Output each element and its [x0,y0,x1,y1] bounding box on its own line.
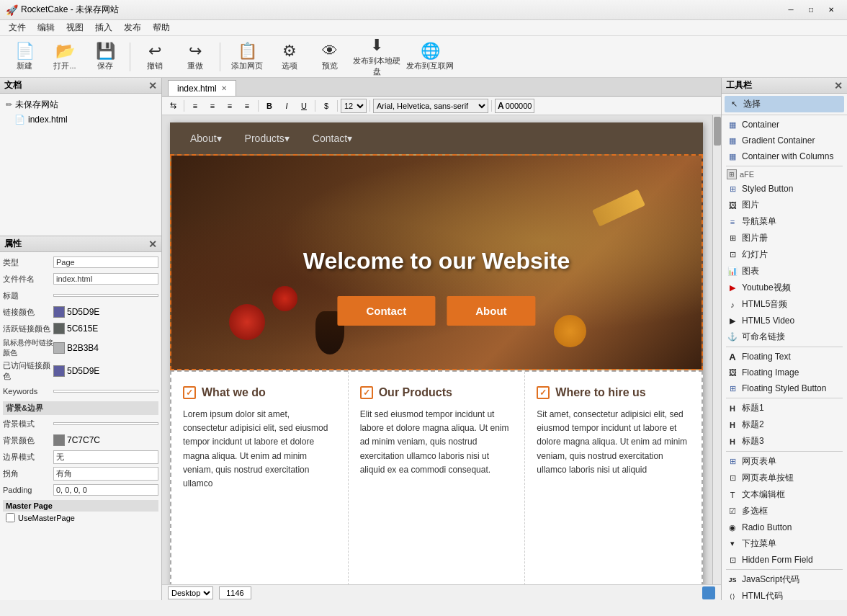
toolbox-chart[interactable]: 📊 图表 [723,263,846,280]
nav-item-contact[interactable]: Contact▾ [304,127,361,150]
prop-title-row: 标题 [3,288,158,303]
hero-about-btn[interactable]: About [447,296,535,326]
toolbox-html-code[interactable]: ⟨⟩ HTML代码 [723,588,846,600]
maximize-button[interactable]: □ [801,4,821,17]
toolbox-javascript[interactable]: JS JavaScript代码 [723,571,846,588]
toolbox-heading1[interactable]: H 标题1 [723,400,846,416]
toolbox-gradient-container[interactable]: ▦ Gradient Container [723,133,846,148]
nav-item-products[interactable]: Products▾ [236,127,298,150]
menu-edit[interactable]: 编辑 [32,20,60,35]
underline-btn[interactable]: U [296,99,312,113]
toolbox-divider-1 [726,166,843,166]
align-center-btn[interactable]: ≡ [205,99,220,113]
toolbox-floating-text[interactable]: A Floating Text [723,349,846,365]
options-button[interactable]: ⚙ 选项 [271,40,308,74]
prop-type-row: 类型 Page [3,255,158,269]
format-bar: ⇆ ≡ ≡ ≡ ≡ B I U $ 12 14 16 18 24 Arial, … [162,97,721,115]
toolbox-dropdown[interactable]: ▾ 下拉菜单 [723,535,846,552]
toolbox-floating-image[interactable]: 🖼 Floating Image [723,365,846,380]
right-panel: 工具栏 ✕ ↖ 选择 ▦ Container ▦ Gradient Contai… [721,78,847,600]
container-icon: ▦ [727,119,738,130]
page-icon: 📄 [14,115,25,125]
toolbox-named-link[interactable]: ⚓ 可命名链接 [723,329,846,345]
nav-item-about[interactable]: About▾ [182,127,230,150]
fmt-sep-2 [258,100,259,112]
hidden-form-icon: ⊡ [727,554,738,566]
toolbox-styled-button[interactable]: ⊞ Styled Button [723,181,846,197]
menu-file[interactable]: 文件 [3,20,32,35]
use-master-checkbox[interactable] [6,513,15,522]
toolbox-web-table[interactable]: ⊞ 网页表单 [723,453,846,470]
close-button[interactable]: ✕ [821,4,841,17]
toolbox-lightbox[interactable]: ⊡ 幻灯片 [723,246,846,263]
page-item-index[interactable]: 📄 index.html [3,113,158,126]
currency-btn[interactable]: $ [318,99,334,113]
preview-button[interactable]: 👁 预览 [311,40,349,74]
visited-link-swatch[interactable] [53,365,65,377]
canvas-scrollbar[interactable] [712,115,721,584]
toolbox-html5-audio[interactable]: ♪ HTML5音频 [723,296,846,313]
toolbox-checkbox[interactable]: ☑ 多选框 [723,503,846,519]
scrollbar-thumb[interactable] [714,117,721,146]
toolbox-radio-button[interactable]: ◉ Radio Button [723,519,846,535]
open-button[interactable]: 📂 打开... [46,40,84,74]
toolbox-text-editor[interactable]: T 文本编辑框 [723,486,846,503]
format-link-btn[interactable]: ⇆ [165,99,181,113]
align-right-btn[interactable]: ≡ [222,99,238,113]
fmt-sep-3 [315,100,315,112]
prop-keywords-row: Keywords [3,384,158,398]
menu-publish[interactable]: 发布 [118,20,147,35]
toolbox-floating-styled-button[interactable]: ⊞ Floating Styled Button [723,380,846,396]
doc-panel-close[interactable]: ✕ [148,80,157,91]
editor-tab-index[interactable]: index.html ✕ [168,80,236,96]
toolbox-image[interactable]: 🖼 图片 [723,197,846,213]
bg-color-swatch[interactable] [53,434,65,446]
view-select[interactable]: Desktop [168,586,213,599]
hero-contact-btn[interactable]: Contact [337,296,435,326]
link-color-swatch[interactable] [53,306,65,318]
toolbox-container[interactable]: ▦ Container [723,117,846,133]
publish-web-button[interactable]: 🌐 发布到互联网 [405,40,455,74]
toolbox-select-item[interactable]: ↖ 选择 [725,96,844,112]
font-size-select[interactable]: 12 14 16 18 24 [341,99,367,113]
toolbox-divider-2 [726,347,843,347]
minimize-button[interactable]: ─ [781,4,801,17]
addpage-button[interactable]: 📋 添加网页 [226,40,268,74]
toolbox-slideshow[interactable]: ⊞ 图片册 [723,230,846,246]
toolbox-html5-video[interactable]: ▶ HTML5 Video [723,313,846,329]
toolbox-heading3[interactable]: H 标题3 [723,433,846,450]
window-controls: ─ □ ✕ [781,4,841,17]
col-3-check-icon: ✓ [537,386,550,399]
new-button[interactable]: 📄 新建 [6,40,43,74]
font-family-select[interactable]: Arial, Helvetica, sans-serif Times New R… [373,99,488,113]
width-input[interactable] [219,586,251,599]
text-editor-icon: T [727,489,738,501]
menu-help[interactable]: 帮助 [147,20,176,35]
align-justify-btn[interactable]: ≡ [239,99,255,113]
toolbox-container-columns[interactable]: ▦ Container with Columns [723,148,846,164]
publish-local-button[interactable]: ⬇ 发布到本地硬盘 [351,40,402,74]
toolbox-heading2[interactable]: H 标题2 [723,416,846,433]
save-button[interactable]: 💾 保存 [86,40,124,74]
italic-btn[interactable]: I [279,99,295,113]
toolbox-youtube[interactable]: ▶ Youtube视频 [723,280,846,296]
toolbox-hidden-form[interactable]: ⊡ Hidden Form Field [723,552,846,568]
toolbox-form-button[interactable]: ⊡ 网页表单按钮 [723,470,846,486]
redo-button[interactable]: ↪ 重做 [176,40,214,74]
menu-insert[interactable]: 插入 [89,20,118,35]
menu-view[interactable]: 视图 [60,20,89,35]
site-root-item[interactable]: ✏ 未保存网站 [3,97,158,113]
props-panel-close[interactable]: ✕ [148,238,157,250]
toolbox-close[interactable]: ✕ [834,80,843,91]
align-left-btn[interactable]: ≡ [187,99,203,113]
hover-link-swatch[interactable] [53,342,65,354]
col-3-title: ✓ Where to hire us [537,386,690,399]
text-color-control[interactable]: A 000000 [495,99,534,113]
tab-close-icon[interactable]: ✕ [221,84,227,92]
undo-button[interactable]: ↩ 撤销 [136,40,174,74]
radio-button-icon: ◉ [727,522,738,533]
toolbox-nav-menu[interactable]: ≡ 导航菜单 [723,213,846,230]
active-link-swatch[interactable] [53,323,65,334]
bold-btn[interactable]: B [261,99,277,113]
web-table-icon: ⊞ [727,456,738,468]
